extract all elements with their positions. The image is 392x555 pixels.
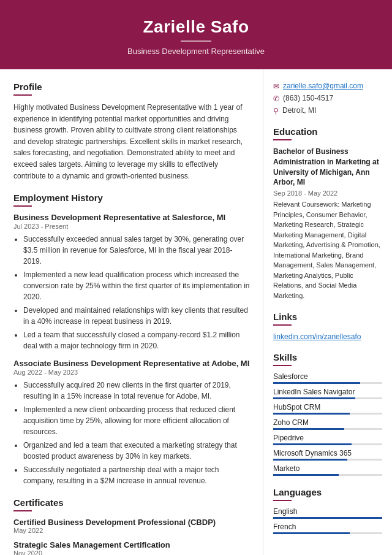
- skill-bar-fill: [273, 382, 360, 384]
- skill-name: Salesforce: [273, 372, 382, 381]
- certificates-divider: [13, 510, 32, 511]
- certs-list: Certified Business Development Professio…: [13, 518, 251, 555]
- language-name: English: [273, 507, 382, 516]
- edu-degree: Bachelor of Business Administration in M…: [273, 147, 382, 188]
- languages-section: Languages EnglishFrench: [273, 487, 382, 534]
- candidate-name: Zarielle Safo: [12, 17, 380, 37]
- language-item: English: [273, 507, 382, 519]
- skill-bar-fill: [273, 443, 352, 445]
- skill-item: Marketo: [273, 464, 382, 476]
- skill-bar-fill: [273, 397, 355, 399]
- language-bar-bg: [273, 532, 382, 534]
- skill-name: Zoho CRM: [273, 418, 382, 427]
- skills-heading: Skills: [273, 352, 382, 362]
- language-item: French: [273, 522, 382, 534]
- edu-dates: Sep 2018 - May 2022: [273, 189, 382, 197]
- candidate-title: Business Development Representative: [12, 47, 380, 56]
- links-list: linkedin.com/in/zariellesafo: [273, 332, 382, 341]
- language-name: French: [273, 522, 382, 531]
- location-icon: ⚲: [273, 107, 279, 115]
- skill-bar-bg: [273, 428, 382, 430]
- language-bar-bg: [273, 517, 382, 519]
- job-title: Associate Business Development Represent…: [13, 359, 251, 368]
- skill-item: Microsoft Dynamics 365: [273, 449, 382, 461]
- links-section: Links linkedin.com/in/zariellesafo: [273, 312, 382, 341]
- skill-bar-fill: [273, 428, 344, 430]
- skill-item: HubSpot CRM: [273, 403, 382, 415]
- cert-date: Nov 2020: [13, 549, 251, 555]
- edu-coursework: Relevant Coursework: Marketing Principle…: [273, 199, 382, 300]
- languages-list: EnglishFrench: [273, 507, 382, 534]
- job-entry: Business Development Representative at S…: [13, 213, 251, 351]
- list-item: Successfully negotiated a partnership de…: [23, 464, 251, 486]
- resume-container: Zarielle Safo Business Development Repre…: [0, 0, 392, 555]
- language-bar-fill: [273, 517, 382, 519]
- skills-list: SalesforceLinkedIn Sales NavigatorHubSpo…: [273, 372, 382, 476]
- job-dates: Jul 2023 - Present: [13, 223, 251, 230]
- resume-body: Profile Highly motivated Business Develo…: [0, 69, 392, 555]
- email-link[interactable]: zarielle.safo@gmail.com: [283, 82, 363, 90]
- skill-name: LinkedIn Sales Navigator: [273, 388, 382, 396]
- job-bullets: Successfully acquired 20 new clients in …: [13, 380, 251, 486]
- job-bullets: Successfully exceeded annual sales targe…: [13, 234, 251, 351]
- list-item: Successfully exceeded annual sales targe…: [23, 234, 251, 267]
- location-text: Detroit, MI: [282, 106, 316, 115]
- right-column: ✉ zarielle.safo@gmail.com ✆ (863) 150-45…: [263, 69, 392, 555]
- skill-bar-fill: [273, 413, 350, 415]
- skills-section: Skills SalesforceLinkedIn Sales Navigato…: [273, 352, 382, 476]
- skill-item: Salesforce: [273, 372, 382, 384]
- coursework-text: Marketing Principles, Consumer Behavior,…: [273, 201, 380, 299]
- employment-divider: [13, 205, 32, 207]
- skill-bar-bg: [273, 413, 382, 415]
- skill-name: Microsoft Dynamics 365: [273, 449, 382, 457]
- education-heading: Education: [273, 126, 382, 137]
- header-divider: [181, 40, 211, 42]
- employment-section: Employment History Business Development …: [13, 193, 251, 486]
- cert-date: May 2022: [13, 527, 251, 534]
- email-contact: ✉ zarielle.safo@gmail.com: [273, 82, 382, 91]
- left-column: Profile Highly motivated Business Develo…: [0, 69, 263, 555]
- cert-name: Strategic Sales Management Certification: [13, 540, 251, 549]
- languages-heading: Languages: [273, 487, 382, 497]
- phone-text: (863) 150-4517: [283, 94, 333, 102]
- skill-name: HubSpot CRM: [273, 403, 382, 411]
- certificates-heading: Certificates: [13, 497, 251, 508]
- skill-item: Zoho CRM: [273, 418, 382, 430]
- education-divider: [273, 139, 292, 140]
- language-bar-fill: [273, 532, 350, 534]
- skill-name: Pipedrive: [273, 434, 382, 442]
- skill-bar-bg: [273, 459, 382, 461]
- resume-header: Zarielle Safo Business Development Repre…: [0, 0, 392, 69]
- employment-heading: Employment History: [13, 193, 251, 203]
- skill-bar-bg: [273, 474, 382, 476]
- job-dates: Aug 2022 - May 2023: [13, 369, 251, 376]
- list-item: Led a team that successfully closed a co…: [23, 329, 251, 351]
- link-item[interactable]: linkedin.com/in/zariellesafo: [273, 332, 361, 341]
- certificates-section: Certificates Certified Business Developm…: [13, 497, 251, 555]
- contact-section: ✉ zarielle.safo@gmail.com ✆ (863) 150-45…: [273, 82, 382, 115]
- skill-bar-bg: [273, 397, 382, 399]
- skill-bar-fill: [273, 474, 339, 476]
- skill-bar-bg: [273, 443, 382, 445]
- list-item: Developed and maintained relationships w…: [23, 305, 251, 327]
- location-contact: ⚲ Detroit, MI: [273, 106, 382, 115]
- languages-divider: [273, 500, 292, 501]
- skill-item: LinkedIn Sales Navigator: [273, 388, 382, 399]
- skill-item: Pipedrive: [273, 434, 382, 445]
- profile-text: Highly motivated Business Development Re…: [13, 102, 251, 182]
- links-divider: [273, 324, 292, 326]
- skills-divider: [273, 365, 292, 366]
- job-title: Business Development Representative at S…: [13, 213, 251, 222]
- jobs-list: Business Development Representative at S…: [13, 213, 251, 486]
- education-section: Education Bachelor of Business Administr…: [273, 126, 382, 300]
- links-heading: Links: [273, 312, 382, 322]
- list-item: Organized and led a team that executed a…: [23, 440, 251, 462]
- phone-contact: ✆ (863) 150-4517: [273, 94, 382, 103]
- profile-section: Profile Highly motivated Business Develo…: [13, 82, 251, 182]
- list-item: Implemented a new lead qualification pro…: [23, 269, 251, 302]
- phone-icon: ✆: [273, 94, 279, 103]
- cert-name: Certified Business Development Professio…: [13, 518, 251, 527]
- list-item: Successfully acquired 20 new clients in …: [23, 380, 251, 402]
- skill-bar-fill: [273, 459, 347, 461]
- skill-name: Marketo: [273, 464, 382, 473]
